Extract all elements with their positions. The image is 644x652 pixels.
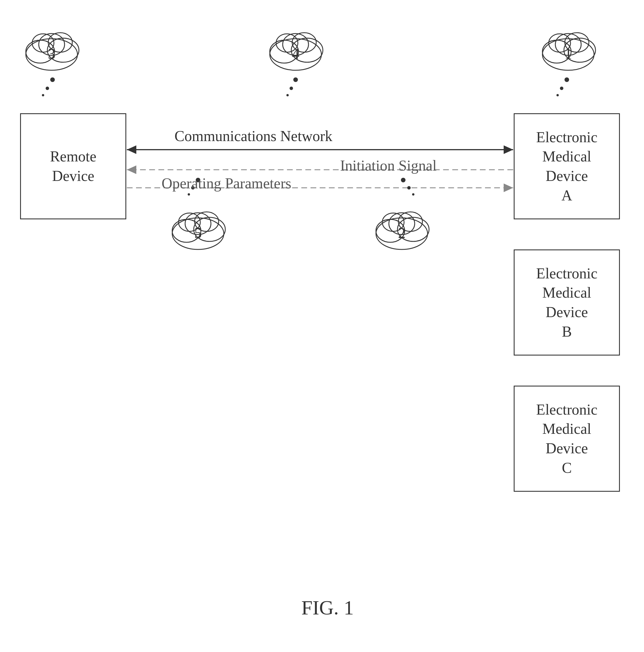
- svg-point-10: [293, 77, 298, 82]
- operating-params-label: Operating Parameters: [161, 175, 291, 192]
- emd-a-label: Electronic Medical Device A: [536, 128, 597, 205]
- svg-point-9: [42, 94, 44, 96]
- svg-marker-4: [127, 165, 136, 174]
- svg-point-8: [46, 87, 49, 90]
- svg-point-18: [188, 193, 190, 195]
- comm-network-label: Communications Network: [175, 128, 332, 144]
- diagram-container: 3 4 1: [0, 0, 644, 652]
- emd-a-box: Electronic Medical Device A: [514, 113, 620, 219]
- svg-point-21: [412, 193, 414, 195]
- svg-text:5: 5: [194, 225, 202, 241]
- initiation-signal-label: Initiation Signal: [340, 157, 437, 174]
- svg-text:3: 3: [48, 46, 55, 62]
- cloud-3: 3: [20, 20, 83, 75]
- cloud-4: 4: [264, 20, 327, 75]
- svg-point-11: [289, 87, 293, 90]
- emd-c-label: Electronic Medical Device C: [536, 400, 597, 478]
- svg-point-20: [407, 186, 411, 190]
- emd-b-box: Electronic Medical Device B: [514, 249, 620, 356]
- remote-device-label: Remote Device: [50, 147, 97, 186]
- remote-device-box: Remote Device: [20, 113, 126, 219]
- emd-c-box: Electronic Medical Device C: [514, 386, 620, 492]
- svg-text:1: 1: [565, 46, 572, 62]
- cloud-2: 2: [370, 199, 433, 254]
- svg-point-13: [565, 77, 569, 82]
- cloud-5: 5: [166, 199, 230, 254]
- figure-label: FIG. 1: [301, 596, 354, 619]
- svg-point-12: [286, 94, 289, 96]
- svg-point-7: [50, 77, 55, 82]
- emd-b-label: Electronic Medical Device B: [536, 264, 597, 341]
- svg-marker-2: [504, 145, 513, 154]
- svg-text:2: 2: [398, 225, 406, 241]
- svg-point-14: [560, 87, 563, 90]
- svg-text:4: 4: [292, 46, 299, 62]
- cloud-1: 1: [537, 20, 600, 75]
- svg-point-15: [557, 94, 559, 96]
- svg-marker-1: [127, 145, 136, 154]
- svg-point-19: [401, 178, 406, 182]
- svg-marker-6: [504, 184, 513, 192]
